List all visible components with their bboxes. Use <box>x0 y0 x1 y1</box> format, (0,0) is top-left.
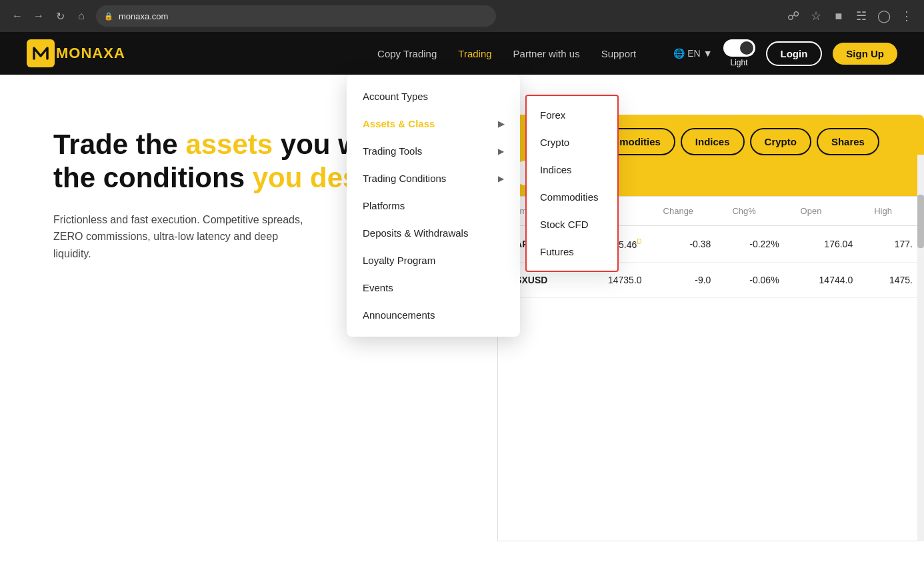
globe-icon: 🌐 <box>673 48 685 59</box>
nav-support[interactable]: Support <box>601 45 637 62</box>
nav-forward-button[interactable]: → <box>29 7 48 25</box>
address-bar[interactable]: 🔒 monaxa.com <box>96 5 496 27</box>
nav-partner[interactable]: Partner with us <box>513 45 580 62</box>
language-button[interactable]: 🌐 EN ▼ <box>673 48 712 59</box>
chevron-right-icon-3: ▶ <box>498 174 504 183</box>
dropdown-announcements[interactable]: Announcements <box>347 301 520 329</box>
dropdown-assets-class[interactable]: Assets & Class ▶ <box>347 110 520 137</box>
site-header: MONAXA Copy Trading Trading Partner with… <box>0 32 924 75</box>
toggle-switch[interactable] <box>723 39 755 57</box>
submenu-futures[interactable]: Futures <box>527 238 617 265</box>
browser-chrome: ← → ↻ ⌂ 🔒 monaxa.com ☍ ☆ ■ ☵ ◯ ⋮ <box>0 0 924 32</box>
bookmark-icon[interactable]: ☆ <box>807 7 825 25</box>
nav-back-button[interactable]: ← <box>8 7 27 25</box>
nav-copy-trading[interactable]: Copy Trading <box>377 45 437 62</box>
main-nav: Copy Trading Trading Partner with us Sup… <box>377 45 636 62</box>
submenu-forex[interactable]: Forex <box>527 101 617 129</box>
dropdown-trading-tools[interactable]: Trading Tools ▶ <box>347 137 520 165</box>
submenu-stock-cfd[interactable]: Stock CFD <box>527 211 617 238</box>
dropdown-trading-conditions[interactable]: Trading Conditions ▶ <box>347 165 520 192</box>
logo-icon <box>27 39 55 67</box>
theme-label: Light <box>730 58 747 67</box>
dropdown-platforms[interactable]: Platforms <box>347 192 520 219</box>
submenu-crypto[interactable]: Crypto <box>527 129 617 156</box>
nav-trading[interactable]: Trading <box>458 45 491 62</box>
nav-home-button[interactable]: ⌂ <box>72 7 91 25</box>
login-button[interactable]: Login <box>766 41 823 66</box>
dropdown-overlay: Account Types Assets & Class ▶ Trading T… <box>0 75 924 337</box>
sidebar-icon[interactable]: ☵ <box>852 7 871 25</box>
theme-toggle[interactable]: Light <box>723 39 755 67</box>
dropdown-loyalty[interactable]: Loyalty Program <box>347 247 520 274</box>
chevron-right-icon-2: ▶ <box>498 147 504 156</box>
dropdown-container: Account Types Assets & Class ▶ Trading T… <box>347 75 924 337</box>
assets-submenu: Forex Crypto Indices Commodities Stock C… <box>525 95 619 272</box>
logo-text: MONAXA <box>56 45 125 62</box>
chevron-down-icon: ▼ <box>703 48 713 59</box>
toggle-knob <box>740 41 753 55</box>
browser-nav-buttons: ← → ↻ ⌂ <box>8 7 91 25</box>
nav-right: 🌐 EN ▼ Light Login Sign Up <box>673 39 897 67</box>
profile-icon[interactable]: ◯ <box>875 7 893 25</box>
logo[interactable]: MONAXA <box>27 39 125 67</box>
signup-button[interactable]: Sign Up <box>833 43 897 65</box>
extension-icon[interactable]: ■ <box>829 7 848 25</box>
browser-action-buttons: ☍ ☆ ■ ☵ ◯ ⋮ <box>784 7 916 25</box>
submenu-commodities[interactable]: Commodities <box>527 183 617 211</box>
translate-icon[interactable]: ☍ <box>784 7 803 25</box>
chevron-right-icon: ▶ <box>498 119 504 129</box>
address-url: monaxa.com <box>119 11 168 21</box>
site-wrapper: MONAXA Copy Trading Trading Partner with… <box>0 32 924 541</box>
dropdown-events[interactable]: Events <box>347 274 520 301</box>
trading-dropdown: Account Types Assets & Class ▶ Trading T… <box>347 75 520 337</box>
dropdown-account-types[interactable]: Account Types <box>347 83 520 110</box>
nav-refresh-button[interactable]: ↻ <box>51 7 69 25</box>
menu-icon[interactable]: ⋮ <box>897 7 916 25</box>
address-icon: 🔒 <box>104 12 113 21</box>
dropdown-deposits[interactable]: Deposits & Withdrawals <box>347 219 520 247</box>
submenu-indices[interactable]: Indices <box>527 156 617 183</box>
